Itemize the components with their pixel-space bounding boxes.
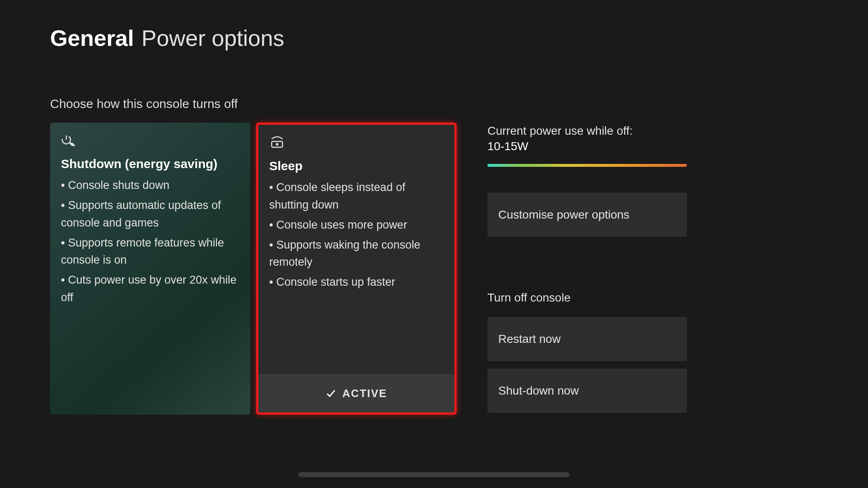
bullet: • Console uses more power bbox=[269, 216, 444, 234]
power-mode-card-sleep[interactable]: Sleep • Console sleeps instead of shutti… bbox=[256, 123, 457, 415]
bullet: • Console starts up faster bbox=[269, 274, 444, 291]
power-mode-card-shutdown[interactable]: Shutdown (energy saving) • Console shuts… bbox=[50, 123, 250, 415]
active-label: ACTIVE bbox=[342, 387, 387, 400]
card-title: Shutdown (energy saving) bbox=[61, 157, 240, 171]
power-use-value: 10-15W bbox=[487, 140, 687, 153]
horizontal-scroll-indicator[interactable] bbox=[298, 472, 570, 477]
title-page: Power options bbox=[141, 25, 284, 51]
bullet: • Console sleeps instead of shutting dow… bbox=[269, 179, 444, 214]
power-use-bar bbox=[487, 164, 687, 167]
console-sleep-icon bbox=[269, 136, 444, 151]
page-title-row: General Power options bbox=[50, 25, 818, 51]
customise-power-options-button[interactable]: Customise power options bbox=[487, 193, 687, 237]
power-use-label: Current power use while off: bbox=[487, 123, 687, 140]
card-bullets: • Console sleeps instead of shutting dow… bbox=[269, 179, 444, 294]
button-label: Restart now bbox=[498, 332, 560, 346]
title-category: General bbox=[50, 25, 134, 51]
restart-now-button[interactable]: Restart now bbox=[487, 317, 687, 361]
section-subhead: Choose how this console turns off bbox=[50, 97, 818, 111]
button-label: Customise power options bbox=[498, 208, 629, 221]
active-indicator: ACTIVE bbox=[258, 374, 454, 413]
bullet: • Cuts power use by over 20x while off bbox=[61, 272, 240, 307]
power-leaf-icon bbox=[61, 134, 240, 148]
card-bullets: • Console shuts down • Supports automati… bbox=[61, 177, 240, 309]
turn-off-section-label: Turn off console bbox=[487, 291, 687, 304]
bullet: • Supports automatic updates of console … bbox=[61, 197, 240, 232]
check-icon bbox=[326, 388, 336, 399]
bullet: • Supports waking the console remotely bbox=[269, 236, 444, 272]
bullet: • Console shuts down bbox=[61, 177, 240, 194]
button-label: Shut-down now bbox=[498, 384, 579, 397]
card-title: Sleep bbox=[269, 159, 444, 173]
svg-point-3 bbox=[276, 143, 278, 146]
bullet: • Supports remote features while console… bbox=[61, 234, 240, 269]
shut-down-now-button[interactable]: Shut-down now bbox=[487, 369, 687, 413]
